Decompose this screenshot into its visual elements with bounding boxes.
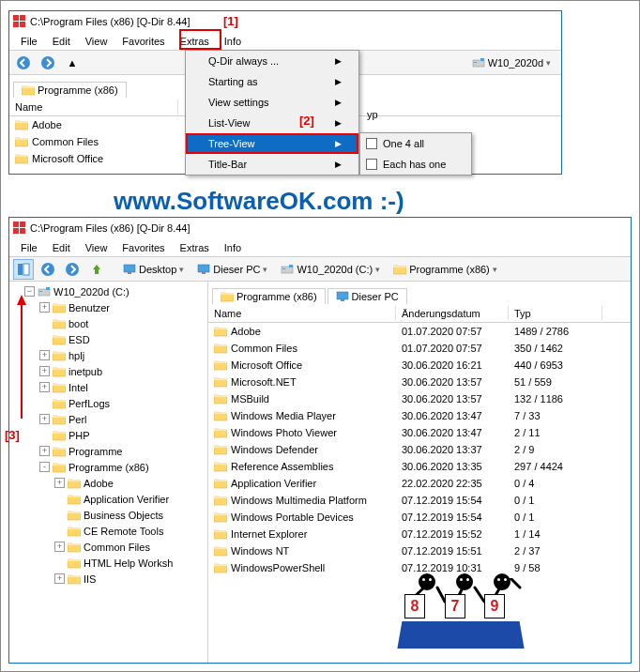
submenu-each-has-one[interactable]: Each has one	[360, 154, 471, 175]
tree-item[interactable]: +Perl	[11, 411, 206, 427]
tree-toggle-icon[interactable]: -	[39, 462, 50, 472]
folder-icon	[22, 84, 35, 96]
file-row[interactable]: Windows Media Player30.06.2020 13:477 / …	[208, 407, 631, 424]
dropdown-title-bar[interactable]: Title-Bar▶	[186, 154, 358, 175]
menu-view[interactable]: View	[78, 34, 115, 49]
tree-item[interactable]: +IIS	[11, 571, 206, 587]
dropdown-tree-view[interactable]: Tree-View▶	[186, 133, 358, 154]
file-row[interactable]: Application Verifier22.02.2020 22:350 / …	[208, 475, 631, 492]
tree-toggle-icon[interactable]: +	[39, 350, 50, 360]
nav-back-button[interactable]	[38, 259, 58, 280]
path-programme[interactable]: Programme (x86)▾	[390, 259, 504, 280]
file-type: 1 / 14	[509, 528, 602, 540]
file-date: 30.06.2020 16:21	[396, 359, 509, 371]
nav-up-button[interactable]: ▲	[62, 53, 83, 73]
tree-toggle-button[interactable]	[13, 259, 34, 280]
col-name[interactable]: Name	[208, 306, 396, 321]
folder-icon	[214, 343, 227, 354]
tree-item[interactable]: +Intel	[11, 379, 206, 395]
folder-icon	[214, 545, 227, 557]
tree-view-submenu: One 4 all Each has one	[359, 132, 472, 176]
tree-label: PerfLogs	[69, 398, 110, 409]
path-dieser-pc[interactable]: Dieser PC▾	[194, 259, 274, 280]
file-row[interactable]: Windows Photo Viewer30.06.2020 13:472 / …	[208, 424, 631, 441]
file-row[interactable]: Windows Multimedia Platform07.12.2019 15…	[208, 492, 631, 509]
file-row[interactable]: Windows Portable Devices07.12.2019 15:54…	[208, 509, 631, 526]
col-type[interactable]: Typ	[509, 306, 602, 321]
nav-back-button[interactable]	[13, 53, 34, 73]
tree-toggle-icon[interactable]: +	[39, 382, 50, 392]
file-row[interactable]: Reference Assemblies30.06.2020 13:35297 …	[208, 458, 631, 475]
folder-icon	[214, 461, 227, 472]
file-date: 07.12.2019 15:51	[396, 545, 509, 557]
tree-item[interactable]: +inetpub	[11, 363, 206, 379]
menu-edit[interactable]: Edit	[45, 240, 78, 255]
submenu-one-4-all[interactable]: One 4 all	[360, 133, 471, 154]
dropdown-list-view[interactable]: List-View▶	[186, 113, 358, 133]
tree-item[interactable]: -Programme (x86)	[11, 459, 206, 475]
titlebar-bottom[interactable]: C:\Program Files (x86) [Q-Dir 8.44]	[9, 218, 631, 238]
menu-file[interactable]: File	[13, 240, 45, 255]
file-row[interactable]: Microsoft.NET30.06.2020 13:5751 / 559	[208, 374, 631, 390]
tree-item[interactable]: +Adobe	[11, 475, 206, 491]
path-drive[interactable]: W10_2020d (C:)▾	[278, 259, 387, 280]
dropdown-starting-as[interactable]: Starting as▶	[186, 71, 358, 92]
nav-fwd-button[interactable]	[38, 53, 58, 73]
path-desktop[interactable]: Desktop▾	[120, 259, 190, 280]
tree-toggle-icon[interactable]: +	[39, 414, 50, 424]
tree-item[interactable]: +Benutzer	[11, 299, 206, 315]
col-date[interactable]: Änderungsdatum	[396, 306, 509, 321]
tree-item[interactable]: boot	[11, 315, 206, 331]
tree-toggle-icon[interactable]: +	[39, 302, 50, 313]
menu-info[interactable]: Info	[217, 240, 249, 255]
path-drive[interactable]: W10_2020d ▾	[469, 53, 557, 73]
tab-programme[interactable]: Programme (x86)	[212, 288, 326, 304]
file-row[interactable]: Windows Defender30.06.2020 13:372 / 9	[208, 441, 631, 458]
file-row[interactable]: Common Files01.07.2020 07:57350 / 1462	[208, 340, 631, 357]
file-row[interactable]: Microsoft Office30.06.2020 16:21440 / 69…	[208, 357, 631, 374]
tree-item[interactable]: CE Remote Tools	[11, 523, 206, 539]
file-row[interactable]: MSBuild30.06.2020 13:57132 / 1186	[208, 390, 631, 407]
menu-extras[interactable]: Extras	[173, 240, 217, 255]
folder-icon	[214, 326, 227, 337]
nav-up-button[interactable]	[86, 259, 107, 280]
file-row[interactable]: Windows NT07.12.2019 15:512 / 37	[208, 542, 631, 559]
drive-icon	[472, 57, 485, 69]
dropdown-view-settings[interactable]: View settings▶	[186, 92, 358, 113]
file-date: 30.06.2020 13:57	[396, 376, 509, 388]
tree-item[interactable]: HTML Help Worksh	[11, 555, 206, 571]
menu-view[interactable]: View	[78, 240, 115, 255]
tree-item[interactable]: Application Verifier	[11, 491, 206, 507]
file-row[interactable]: Internet Explorer07.12.2019 15:521 / 14	[208, 526, 631, 542]
tree-item[interactable]: +hplj	[11, 347, 206, 363]
tree-item[interactable]: PerfLogs	[11, 395, 206, 411]
tree-toggle-icon[interactable]: +	[39, 446, 50, 456]
pc-icon	[197, 264, 210, 275]
tree-toggle-icon[interactable]: +	[39, 366, 50, 376]
menu-favorites[interactable]: Favorites	[114, 34, 172, 49]
file-name: Common Files	[231, 343, 297, 354]
tree-toggle-icon[interactable]: +	[54, 542, 65, 552]
nav-fwd-button[interactable]	[62, 259, 83, 280]
tree-item[interactable]: +Common Files	[11, 539, 206, 555]
folder-icon	[68, 526, 81, 537]
tree-toggle-icon[interactable]: +	[54, 478, 65, 488]
folder-icon	[53, 350, 66, 361]
menu-favorites[interactable]: Favorites	[114, 240, 172, 255]
dropdown-qdir-always[interactable]: Q-Dir always ...▶	[186, 51, 358, 71]
menu-file[interactable]: File	[13, 34, 45, 49]
tree-item[interactable]: ESD	[11, 331, 206, 347]
tree-item[interactable]: Business Objects	[11, 507, 206, 523]
tab-programme[interactable]: Programme (x86)	[13, 82, 127, 98]
tree-item[interactable]: +Programme	[11, 443, 206, 459]
tree-toggle-icon[interactable]: +	[54, 573, 65, 584]
col-name[interactable]: Name	[9, 99, 178, 115]
folder-icon	[53, 302, 66, 313]
menu-edit[interactable]: Edit	[45, 34, 78, 49]
folder-icon	[214, 478, 227, 489]
tree-item[interactable]: PHP	[11, 427, 206, 443]
tree-root[interactable]: − W10_2020d (C:)	[11, 283, 206, 299]
file-row[interactable]: Adobe01.07.2020 07:571489 / 2786	[208, 323, 631, 340]
tab-dieser-pc[interactable]: Dieser PC	[328, 288, 407, 304]
titlebar-top[interactable]: C:\Program Files (x86) [Q-Dir 8.44]	[9, 11, 561, 32]
